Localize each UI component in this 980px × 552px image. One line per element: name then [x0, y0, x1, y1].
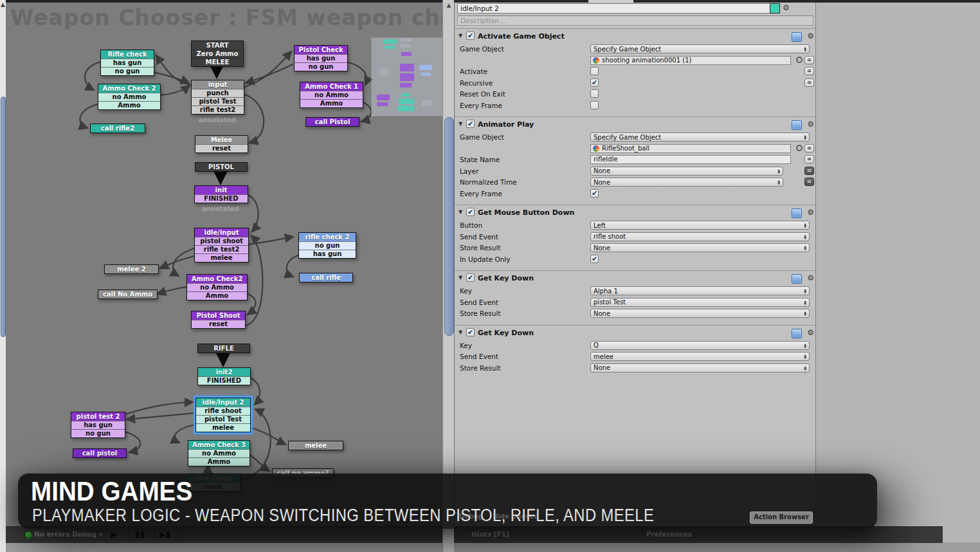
fsm-node-event[interactable]: pistol shoot — [195, 237, 248, 245]
fsm-node[interactable]: idle/Input 2rifle shootpistol Testmelee — [195, 398, 251, 432]
graph-left-scrollbar[interactable]: ▲ — [0, 0, 6, 552]
param-checkbox[interactable] — [590, 67, 599, 75]
gear-icon[interactable]: ⚙ — [807, 208, 814, 217]
fsm-node[interactable]: call No Ammo — [98, 290, 158, 299]
scroll-up-icon[interactable]: ▲ — [0, 1, 6, 8]
foldout-icon[interactable]: ▼ — [458, 209, 462, 215]
param-dropdown[interactable]: Specify Game Object — [590, 133, 810, 142]
graph-minimap[interactable] — [371, 37, 450, 116]
hints-label[interactable]: Hints [F1] — [471, 530, 509, 538]
fsm-node[interactable]: Ammo Check 1no AmmoAmmo — [300, 82, 363, 108]
action-enabled-checkbox[interactable]: ✔ — [466, 208, 475, 216]
param-dropdown[interactable]: pistol Test — [590, 298, 810, 307]
fsm-node-event[interactable]: FINISHED — [198, 376, 250, 385]
fsm-node-event[interactable]: has gun — [71, 421, 125, 429]
help-icon[interactable] — [792, 120, 802, 130]
step-button[interactable]: ▶▮ — [159, 529, 170, 539]
param-checkbox[interactable]: ✔ — [590, 189, 599, 198]
action-header[interactable]: ▼✔Animator Play⚙ — [455, 120, 816, 131]
fsm-node-event[interactable]: no Ammo — [300, 91, 363, 99]
fsm-node-event[interactable]: Ammo — [98, 101, 160, 109]
fsm-node-event[interactable]: FINISHED — [195, 194, 248, 203]
fsm-node-event[interactable]: pistol Test — [192, 97, 244, 106]
fsm-graph-canvas[interactable]: Weapon Chooser : FSM weapon chooser — [0, 0, 454, 552]
fsm-node-event[interactable]: no gun — [101, 67, 154, 75]
param-dropdown[interactable]: None — [590, 243, 810, 252]
fsm-node-event[interactable]: reset — [195, 144, 248, 152]
object-picker-icon[interactable] — [796, 145, 803, 151]
gear-icon[interactable]: ⚙ — [783, 3, 790, 12]
fsm-node-event[interactable]: pistol Test — [196, 415, 250, 423]
fsm-node[interactable]: call pistol — [73, 448, 127, 458]
fsm-node-event[interactable]: rifle test2 — [192, 106, 244, 114]
pause-button[interactable]: ▮▮ — [135, 529, 145, 539]
fsm-node-event[interactable]: no Ammo — [188, 449, 250, 457]
help-icon[interactable] — [792, 32, 802, 42]
variable-menu-button[interactable]: ≡ — [804, 56, 814, 64]
fsm-node-event[interactable]: has gun — [299, 250, 356, 258]
param-dropdown[interactable]: Left — [590, 221, 810, 230]
hide-unused-button[interactable]: Hide Unused — [493, 513, 538, 520]
fsm-node[interactable]: melee — [288, 441, 343, 450]
state-color-swatch[interactable] — [770, 3, 780, 14]
fsm-node[interactable]: rifle check 2no gunhas gun — [298, 232, 356, 259]
gear-icon[interactable]: ⚙ — [807, 32, 814, 41]
param-dropdown[interactable]: None — [590, 363, 810, 373]
param-dropdown[interactable]: Specify Game Object — [590, 44, 810, 53]
fsm-node-event[interactable]: punch — [192, 89, 244, 97]
gear-icon[interactable]: ⚙ — [807, 328, 814, 337]
help-icon[interactable] — [792, 329, 802, 338]
fsm-node-event[interactable]: no Ammo — [98, 93, 160, 101]
fsm-node[interactable]: Ammo Check 2no AmmoAmmo — [98, 84, 161, 110]
foldout-icon[interactable]: ▼ — [458, 275, 462, 281]
scrollbar-thumb[interactable] — [1, 97, 6, 337]
fsm-node[interactable]: inputpunchpistol Testrifle test2 — [191, 80, 244, 115]
foldout-icon[interactable]: ▼ — [458, 33, 462, 39]
variable-menu-button[interactable]: ≡ — [804, 178, 814, 186]
param-dropdown[interactable]: Alpha 1 — [590, 286, 810, 295]
window-top-tab[interactable] — [588, 0, 633, 3]
object-field[interactable]: RifleShoot_ball — [590, 144, 791, 153]
fsm-node-event[interactable]: Ammo — [300, 99, 363, 107]
fsm-node-event[interactable]: rifle test2 — [195, 245, 248, 253]
param-checkbox[interactable] — [590, 101, 599, 109]
fsm-node-event[interactable]: Ammo — [187, 291, 247, 300]
variable-menu-button[interactable]: ≡ — [804, 78, 814, 87]
fsm-node[interactable]: pistol test 2has gunno gun — [71, 412, 125, 438]
fsm-node[interactable]: PISTOL — [195, 162, 248, 172]
fsm-node[interactable]: call rifle2 — [90, 124, 145, 133]
fsm-node-event[interactable]: has gun — [295, 54, 347, 62]
gear-icon[interactable]: ⚙ — [807, 120, 814, 129]
fsm-node-event[interactable]: Ammo — [188, 457, 250, 466]
foldout-icon[interactable]: ▼ — [458, 329, 462, 335]
fsm-node[interactable]: Rifle checkhas gunno gun — [100, 50, 154, 76]
inspector-debug-button[interactable]: Debug — [459, 513, 483, 520]
action-enabled-checkbox[interactable]: ✔ — [466, 273, 475, 282]
action-header[interactable]: ▼✔Get Key Down⚙ — [455, 273, 816, 284]
fsm-node[interactable]: initFINISHED — [194, 185, 248, 203]
gear-icon[interactable]: ⚙ — [807, 273, 814, 282]
fsm-node-event[interactable]: no gun — [295, 62, 347, 71]
variable-menu-button[interactable]: ≡ — [804, 144, 814, 152]
state-description-input[interactable]: Description... — [457, 15, 813, 26]
param-checkbox[interactable] — [590, 89, 599, 98]
text-field[interactable]: rifleIdle — [590, 155, 791, 164]
fsm-node[interactable]: Ammo Check 3no AmmoAmmo — [188, 440, 250, 466]
fsm-node[interactable]: Pistol Shootreset — [191, 311, 246, 329]
action-enabled-checkbox[interactable]: ✔ — [466, 32, 475, 40]
play-button[interactable]: ▶ — [111, 529, 117, 539]
param-checkbox[interactable]: ✔ — [590, 78, 599, 87]
foldout-icon[interactable]: ▼ — [458, 121, 462, 127]
fsm-node-event[interactable]: Zero Ammo — [192, 50, 243, 58]
help-icon[interactable] — [792, 208, 802, 218]
fsm-node-event[interactable]: MELEE — [192, 58, 243, 66]
preferences-label[interactable]: Preferences — [646, 530, 692, 538]
scroll-up-icon[interactable]: ▲ — [443, 2, 454, 8]
fsm-node[interactable]: Pistol Checkhas gunno gun — [294, 45, 348, 71]
debug-dropdown[interactable]: Debug ▾ — [72, 530, 102, 538]
variable-menu-button[interactable]: ≡ — [804, 155, 814, 163]
state-name-input[interactable]: idle/Input 2 — [457, 3, 771, 14]
fsm-node-event[interactable]: no Ammo — [187, 283, 247, 291]
fsm-node[interactable]: call rifle — [299, 273, 353, 282]
param-dropdown[interactable]: None — [590, 178, 783, 187]
